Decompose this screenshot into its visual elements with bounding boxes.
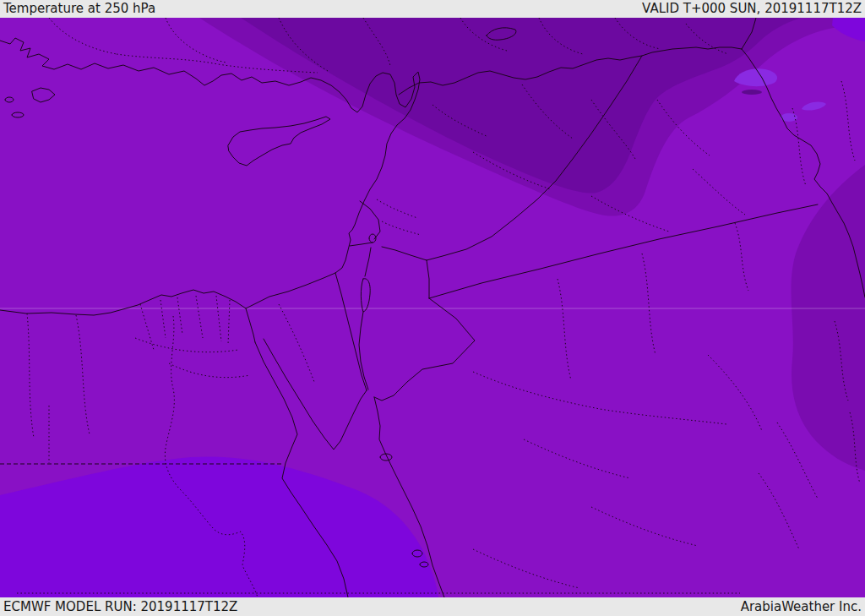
map-canvas [0,18,865,597]
temperature-map [0,18,865,597]
page-title: Temperature at 250 hPa [3,0,155,18]
model-run-label: ECMWF MODEL RUN: 20191117T12Z [3,597,237,616]
credit-label: ArabiaWeather Inc. [741,597,862,616]
weather-map-window: Temperature at 250 hPa VALID T+000 SUN, … [0,0,865,616]
cold-smudge [742,90,762,95]
valid-time-label: VALID T+000 SUN, 20191117T12Z [642,0,862,18]
header-bar: Temperature at 250 hPa VALID T+000 SUN, … [0,0,865,18]
footer-bar: ECMWF MODEL RUN: 20191117T12Z ArabiaWeat… [0,597,865,616]
